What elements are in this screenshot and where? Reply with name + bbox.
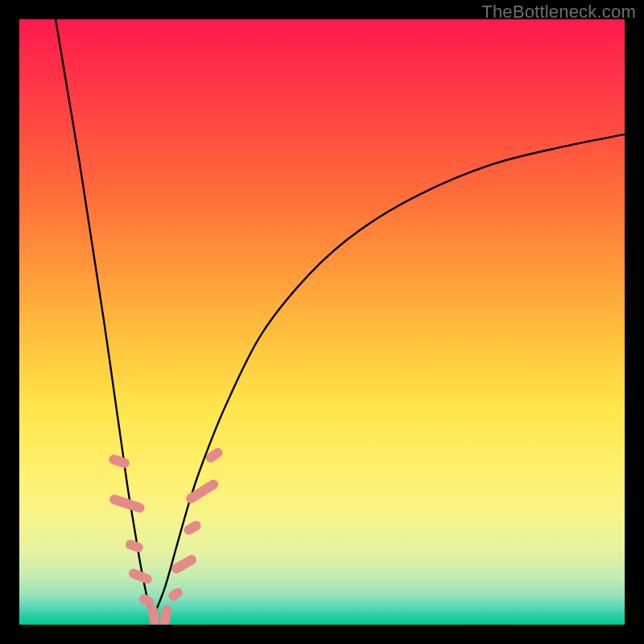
highlight-bead <box>108 453 131 469</box>
highlight-bead <box>124 539 144 554</box>
highlight-bead <box>147 605 160 625</box>
highlight-bead <box>159 605 172 625</box>
plot-area <box>19 19 625 625</box>
highlight-bead <box>184 478 221 506</box>
bottleneck-curve-left-branch <box>56 19 152 618</box>
watermark-text: TheBottleneck.com <box>481 2 636 23</box>
highlight-bead <box>182 519 203 537</box>
highlight-bead <box>167 586 184 603</box>
highlight-bead <box>127 568 153 585</box>
highlight-bead <box>109 493 147 514</box>
curve-layer <box>19 19 625 625</box>
bottleneck-curve-right-branch <box>152 134 625 619</box>
outer-frame: TheBottleneck.com <box>0 0 644 644</box>
